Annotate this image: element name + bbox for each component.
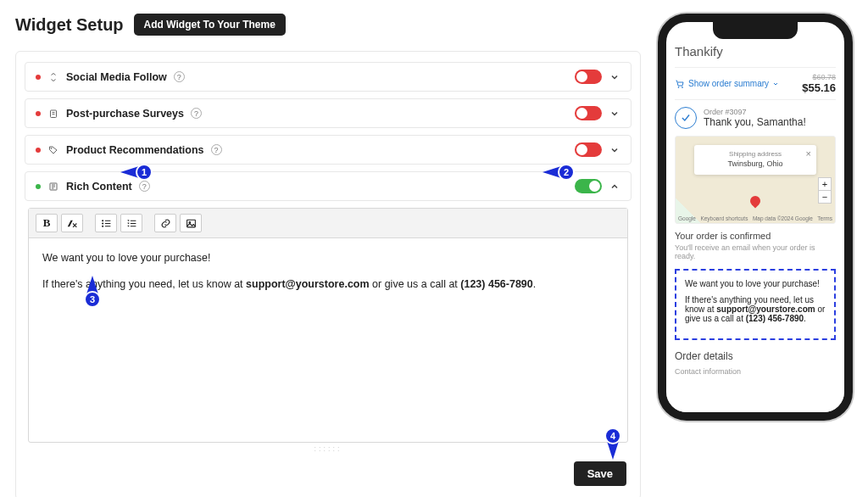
toggle-rich-content[interactable] — [575, 179, 602, 193]
row-rich-content[interactable]: Rich Content ? 1 2 — [25, 171, 632, 201]
thank-you-row: Order #3097 Thank you, Samantha! — [675, 107, 836, 129]
contact-info-label: Contact information — [675, 367, 836, 376]
row-recommendations[interactable]: Product Recommendations ? — [25, 135, 632, 165]
editor-toolbar: B — [29, 209, 627, 238]
preview-line: We want you to love your purchase! — [685, 279, 826, 288]
annotation-callout: 3 — [84, 291, 101, 308]
chevron-up-icon[interactable] — [609, 181, 620, 193]
original-price: $60.78 — [802, 73, 836, 81]
phone-preview: Thankify Show order summary $60.78 $55.1… — [658, 14, 853, 421]
rich-content-preview: We want you to love your purchase! If th… — [675, 269, 836, 340]
svg-point-4 — [102, 222, 103, 223]
row-label: Product Recommendations — [66, 144, 204, 156]
svg-point-1 — [51, 148, 52, 148]
chevron-down-icon — [772, 81, 779, 87]
order-confirmed-subtitle: You'll receive an email when your order … — [675, 243, 836, 260]
status-dot — [36, 184, 41, 189]
tag-icon — [47, 144, 59, 156]
map-attribution: Google Keyboard shortcuts Map data ©2024… — [678, 215, 832, 221]
save-button[interactable]: Save — [574, 461, 626, 486]
annotation-callout: 2 — [558, 164, 575, 181]
zoom-in-button[interactable]: + — [819, 178, 831, 190]
row-label: Social Media Follow — [66, 71, 167, 83]
status-dot — [36, 75, 41, 80]
svg-point-8 — [678, 87, 679, 87]
order-number: Order #3097 — [704, 108, 806, 116]
thank-you-text: Thank you, Samantha! — [704, 116, 806, 128]
status-dot — [36, 148, 41, 153]
clear-format-button[interactable] — [61, 214, 83, 232]
chevron-down-icon[interactable] — [609, 108, 620, 120]
help-icon[interactable]: ? — [191, 108, 202, 119]
show-summary-link[interactable]: Show order summary — [675, 79, 779, 89]
row-label: Rich Content — [66, 181, 132, 193]
status-dot — [36, 111, 41, 116]
bold-button[interactable]: B — [36, 214, 58, 232]
annotation-callout: 1 — [136, 164, 153, 181]
shipping-address-label: Shipping address — [701, 150, 810, 158]
row-label: Post-purchase Surveys — [66, 108, 184, 120]
text-icon — [47, 181, 59, 193]
chevron-down-icon[interactable] — [609, 71, 620, 83]
order-summary-row[interactable]: Show order summary $60.78 $55.16 — [675, 67, 836, 100]
toggle-surveys[interactable] — [575, 106, 602, 120]
rich-text-editor: B — [28, 208, 628, 443]
link-button[interactable] — [154, 214, 176, 232]
row-social-media[interactable]: Social Media Follow ? — [25, 62, 632, 92]
map-address-card: × Shipping address Twinsburg, Ohio — [694, 145, 816, 175]
chevron-down-icon[interactable] — [609, 144, 620, 156]
svg-point-9 — [682, 87, 683, 87]
svg-point-3 — [102, 220, 103, 221]
fade-overlay — [666, 378, 844, 412]
bullet-list-button[interactable] — [95, 214, 117, 232]
preview-app-name: Thankify — [675, 44, 836, 59]
order-details-title: Order details — [675, 350, 836, 362]
final-price: $55.16 — [802, 81, 836, 94]
add-widget-button[interactable]: Add Widget To Your Theme — [134, 14, 286, 36]
svg-rect-6 — [186, 220, 195, 227]
resize-grip[interactable]: :::::: — [28, 444, 628, 453]
numbered-list-button[interactable] — [120, 214, 142, 232]
help-icon[interactable]: ? — [139, 181, 150, 192]
svg-point-5 — [102, 226, 103, 226]
close-icon[interactable]: × — [806, 148, 811, 159]
help-icon[interactable]: ? — [211, 144, 222, 155]
editor-line: We want you to love your purchase! — [42, 250, 614, 266]
help-icon[interactable]: ? — [174, 71, 185, 82]
clipboard-icon — [47, 108, 59, 120]
editor-line: If there's anything you need, let us kno… — [42, 276, 614, 293]
page-title: Widget Setup — [15, 15, 124, 35]
row-surveys[interactable]: Post-purchase Surveys ? — [25, 98, 632, 128]
widgets-panel: Social Media Follow ? Post-purchase Surv… — [15, 51, 641, 497]
arrows-icon — [47, 71, 59, 83]
shipping-address-value: Twinsburg, Ohio — [701, 159, 810, 168]
check-icon — [675, 107, 697, 129]
zoom-out-button[interactable]: − — [819, 190, 831, 203]
preview-line: If there's anything you need, let us kno… — [685, 295, 826, 323]
image-button[interactable] — [180, 214, 202, 232]
toggle-recommendations[interactable] — [575, 142, 602, 157]
map-preview[interactable]: × Shipping address Twinsburg, Ohio + − G… — [675, 136, 836, 224]
map-zoom-controls[interactable]: + − — [818, 177, 832, 204]
map-pin-icon — [748, 194, 763, 209]
toggle-social[interactable] — [575, 70, 602, 84]
editor-textarea[interactable]: We want you to love your purchase! If th… — [29, 238, 627, 442]
cart-icon — [675, 79, 685, 89]
order-confirmed-title: Your order is confirmed — [675, 231, 836, 241]
